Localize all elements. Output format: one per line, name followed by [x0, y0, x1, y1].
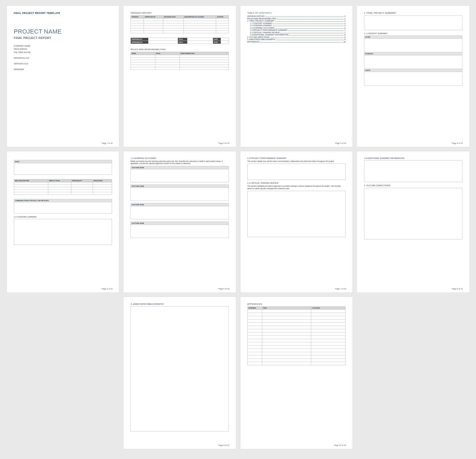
schedule-box[interactable] — [364, 55, 462, 69]
section-1-1-heading: 1.1 CONTENT SUMMARY — [364, 32, 462, 34]
appendices-heading: APPENDICES — [247, 303, 346, 305]
critical-box[interactable] — [247, 191, 346, 237]
outcome-2-box[interactable] — [131, 188, 229, 201]
outcome-3-label: OUTCOME NAME — [131, 203, 229, 206]
version-history-table: VERSIONAPPROVED BYREVISION DATEDESCRIPTI… — [131, 15, 229, 33]
page-2: VERSION HISTORY VERSIONAPPROVED BYREVISI… — [123, 5, 236, 147]
page-footer: Page 9 of 10 — [219, 444, 229, 446]
toc-entry: APPENDICES10 — [247, 41, 346, 43]
page-7: 1.4 PROJECT PERFORMANCE SUMMARY This sec… — [240, 151, 353, 293]
section-1-5-desc: This section highlights the team's appro… — [247, 185, 346, 190]
toc-entry: 1. FINAL PROJECT SUMMARY4 — [247, 20, 346, 22]
schedule-label: SCHEDULE — [364, 52, 462, 55]
page-1: FINAL PROJECT REPORT TEMPLATE PROJECT NA… — [7, 5, 120, 147]
page-footer: Page 8 of 10 — [452, 288, 463, 290]
page-footer: Page 2 of 10 — [219, 142, 229, 144]
toc-entry: ROLES AND RESPONSIBILITIES2 — [247, 18, 346, 20]
additional-box[interactable] — [364, 160, 462, 182]
scope-label: SCOPE — [364, 35, 462, 39]
toc-entry: VERSION HISTORY2 — [247, 15, 346, 17]
outcome-1-label: OUTCOME NAME — [131, 166, 229, 169]
section-2-heading: 2. FUTURE DIRECTIONS — [364, 184, 462, 187]
toc-entry: 1.6 ADDITIONAL SUMMARY INFORMATION8 — [247, 34, 346, 36]
costs-box[interactable] — [364, 72, 462, 86]
toc-entry: 1.1 CONTENT SUMMARY4 — [247, 22, 346, 24]
page-3: TABLE OF CONTENTS VERSION HISTORY2ROLES … — [240, 5, 353, 147]
date-text: 00/00/0000 — [14, 68, 112, 71]
page-10: APPENDICES APPENDIXITEMLOCATION Page 10 … — [240, 297, 353, 449]
outcome-2-label: OUTCOME NAME — [131, 185, 229, 188]
outcome-1-box[interactable] — [131, 169, 229, 182]
appendices-table: APPENDIXITEMLOCATION — [247, 306, 346, 365]
page-9: 3. ANNOTATED BIBLIOGRAPHY Page 9 of 10 — [123, 297, 236, 449]
web-address: webaddress.com — [14, 56, 112, 59]
page-5: RISKS RISK DESCRIPTIONIMPACT LEVELPROBAB… — [7, 151, 120, 293]
toc-entry: 1.5 CRITICAL THINKING REVIEW7 — [247, 32, 346, 34]
section-1-heading: 1. FINAL PROJECT SUMMARY — [364, 12, 462, 14]
section-1-5-heading: 1.5 CRITICAL THINKING REVIEW — [247, 182, 346, 184]
page-footer: Page 6 of 10 — [219, 288, 229, 290]
page-4: 1. FINAL PROJECT SUMMARY 1.1 CONTENT SUM… — [357, 5, 470, 147]
outcome-3-box[interactable] — [131, 206, 229, 219]
empty-cell — [7, 297, 120, 449]
version-history-heading: VERSION HISTORY — [131, 12, 229, 14]
city-state-zip: City, State and Zip — [14, 51, 112, 54]
section-1-3-desc: Briefly summarize how the learning outco… — [131, 160, 229, 165]
version-text: VERSION 0.0.0 — [14, 62, 112, 65]
section-3-heading: 3. ANNOTATED BIBLIOGRAPHY — [131, 303, 229, 305]
risks-box[interactable] — [14, 163, 112, 175]
page-footer: Page 1 of 10 — [102, 142, 113, 144]
toc-entry: 1.3 LEARNING OUTCOMES6 — [247, 27, 346, 29]
section-1-2-heading: 1.2 LESSONS LEARNED — [14, 216, 112, 218]
project-subtitle: FINAL PROJECT REPORT — [14, 36, 112, 40]
street-address: Street Address — [14, 47, 112, 50]
risks-table: RISK DESCRIPTIONIMPACT LEVELPROBABILITYM… — [14, 179, 112, 195]
outcome-4-box[interactable] — [131, 225, 229, 238]
pages-grid: FINAL PROJECT REPORT TEMPLATE PROJECT NA… — [7, 5, 470, 449]
outcome-4-label: OUTCOME NAME — [131, 222, 229, 225]
lessons-box[interactable] — [14, 219, 112, 245]
toc-list: VERSION HISTORY2ROLES AND RESPONSIBILITI… — [247, 15, 346, 43]
comms-box[interactable] — [14, 202, 112, 214]
toc-entry: 1.2 LESSONS LEARNED5 — [247, 25, 346, 26]
template-header: FINAL PROJECT REPORT TEMPLATE — [14, 12, 112, 14]
page-footer: Page 7 of 10 — [335, 288, 346, 290]
roles-heading: ROLES AND RESPONSIBILITIES — [131, 48, 229, 51]
page-footer: Page 10 of 10 — [334, 444, 346, 446]
section-1-4-heading: 1.4 PROJECT PERFORMANCE SUMMARY — [247, 157, 346, 159]
section-1-6-heading: 1.6 ADDITIONAL SUMMARY INFORMATION — [364, 157, 462, 159]
company-block: COMPANY NAME Street Address City, State … — [14, 44, 112, 54]
summary-box[interactable] — [364, 15, 462, 30]
page-8: 1.6 ADDITIONAL SUMMARY INFORMATION 2. FU… — [357, 151, 470, 293]
comms-label: COMMUNICATIONS STRATEGY AND METHODS — [14, 199, 112, 202]
performance-box[interactable] — [247, 164, 346, 180]
future-box[interactable] — [364, 188, 462, 240]
roles-table: NAMEROLERESPONSIBILITIES — [131, 52, 229, 70]
scope-box[interactable] — [364, 39, 462, 52]
project-title: PROJECT NAME — [14, 28, 112, 35]
section-1-3-heading: 1.3 LEARNING OUTCOMES — [131, 157, 229, 159]
toc-entry: 3. ANNOTATED BIBLIOGRAPHY9 — [247, 38, 346, 40]
section-1-4-desc: This section details how well the team c… — [247, 160, 346, 162]
costs-label: COSTS — [364, 69, 462, 72]
biblio-box[interactable] — [131, 306, 229, 432]
page-footer: Page 3 of 10 — [335, 142, 346, 144]
page-footer: Page 4 of 10 — [452, 142, 463, 144]
page-footer: Page 5 of 10 — [102, 288, 113, 290]
company-name: COMPANY NAME — [14, 44, 112, 47]
toc-entry: 2. FUTURE DIRECTIONS8 — [247, 36, 346, 38]
toc-entry: 1.4 PROJECT PERFORMANCE SUMMARY7 — [247, 29, 346, 31]
page-6: 1.3 LEARNING OUTCOMES Briefly summarize … — [123, 151, 236, 293]
toc-heading: TABLE OF CONTENTS — [247, 12, 346, 14]
risks-label: RISKS — [14, 160, 112, 163]
signature-table: PREPARED BYTITLEDATE APPROVED BYTITLEDAT… — [131, 38, 229, 44]
